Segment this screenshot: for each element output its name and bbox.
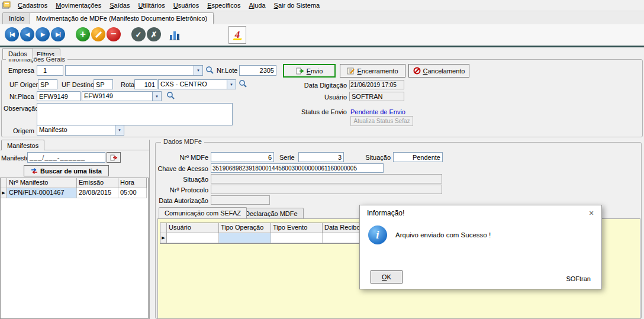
app-icon: [2, 1, 11, 10]
dados-mdfe-title: Dados MDFe: [161, 138, 204, 145]
encerramento-button[interactable]: Encerramento: [340, 64, 405, 78]
chevron-down-icon[interactable]: ▼: [115, 125, 124, 135]
swap-arrows-icon: [31, 167, 38, 175]
menu-cadastros[interactable]: Cadastros: [14, 1, 51, 10]
nrplaca-label: Nr.Placa: [9, 93, 34, 100]
protocolo-field: [211, 185, 442, 194]
nr-mdfe-field[interactable]: 6: [211, 152, 274, 162]
status-envio-label: Status de Envio: [294, 108, 347, 115]
tab-inicio[interactable]: Início: [2, 12, 31, 24]
rota-search-icon[interactable]: [239, 79, 248, 89]
dialog-title: Informação!: [367, 209, 404, 217]
table-row[interactable]: ▶ CPN/FLN-0001467 28/08/2015 05:00: [1, 188, 148, 198]
pencil-icon: [95, 31, 101, 37]
empresa-label: Empresa: [5, 67, 34, 74]
prohibited-icon: [413, 67, 421, 75]
toolbar: |◀ ◀ ▶ ▶| + − ✓ ✗ 4: [0, 24, 644, 46]
usuario-label: Usuário: [317, 94, 347, 101]
next-record-button[interactable]: ▶: [36, 27, 50, 41]
row-marker-cell: [160, 223, 167, 233]
uf-destino-input[interactable]: SP: [94, 79, 113, 89]
nrlote-label: Nr.Lote: [217, 67, 237, 74]
menu-usuarios[interactable]: Usuários: [169, 1, 203, 10]
rota-input[interactable]: 101: [134, 79, 157, 89]
dialog-close-icon[interactable]: ×: [586, 208, 597, 218]
column-header: Hora: [118, 178, 147, 188]
menu-especificos[interactable]: Específicos: [203, 1, 244, 10]
protocolo-label: Nrº Protocolo: [167, 186, 208, 194]
logo-button[interactable]: 4: [228, 26, 246, 44]
last-record-button[interactable]: ▶|: [51, 27, 65, 41]
uf-destino-label: UF Destino: [62, 81, 94, 88]
data-digitacao-label: Data Digitação: [294, 82, 347, 89]
tab-manifestos[interactable]: Manifestos: [1, 140, 44, 150]
manifesto-mask-input[interactable]: ___/___-______: [27, 152, 105, 163]
status-envio-value: Pendente de Envio: [350, 108, 405, 115]
manifestos-grid: Nrº Manifesto Emissão Hora ▶ CPN/FLN-000…: [0, 178, 149, 319]
tab-strip: Início Movimentação de MDFe (Manifesto D…: [0, 11, 644, 24]
nrplaca-search-icon[interactable]: [166, 91, 176, 101]
column-header: Data Recibo: [323, 223, 362, 233]
chevron-down-icon[interactable]: ▼: [194, 66, 202, 75]
column-header: Tipo Evento: [271, 223, 323, 233]
tab-mdfe[interactable]: Movimentação de MDFe (Manifesto Document…: [30, 12, 214, 24]
delete-record-button[interactable]: −: [107, 27, 121, 41]
tab-declaracao-mdfe[interactable]: Declaração MDFe: [239, 208, 304, 218]
comunicacao-grid: Usuário Tipo Operação Tipo Evento Data R…: [160, 223, 365, 244]
manifestos-grid-header: Nrº Manifesto Emissão Hora: [1, 178, 148, 188]
rota-label: Rota: [121, 81, 134, 88]
separator-line: [0, 46, 644, 47]
chevron-down-icon[interactable]: ▼: [152, 92, 161, 101]
menu-movimentacoes[interactable]: Movimentações: [51, 1, 105, 10]
empresa-search-icon[interactable]: [205, 66, 215, 75]
add-record-button[interactable]: +: [76, 27, 90, 41]
dialog-brand: SOFtran: [566, 275, 591, 282]
comunicacao-grid-header: Usuário Tipo Operação Tipo Evento Data R…: [160, 223, 364, 233]
buscar-lista-button[interactable]: Buscar de uma lista: [24, 165, 109, 176]
observacao-label: Observação: [4, 105, 38, 112]
cancel-button[interactable]: ✗: [147, 27, 161, 41]
uf-origem-label: UF Origem: [9, 81, 41, 88]
rota-combo[interactable]: CXS - CENTRO▼: [158, 79, 236, 89]
edit-record-button[interactable]: [91, 27, 105, 41]
nrplaca-input[interactable]: EFW9149: [37, 91, 80, 101]
chart-button[interactable]: [168, 28, 181, 41]
situacao2-label: Situação: [179, 176, 208, 183]
menubar: Cadastros Movimentações Saídas Utilitári…: [0, 0, 644, 11]
serie-field[interactable]: 3: [298, 152, 344, 162]
uf-origem-input[interactable]: SP: [38, 79, 57, 89]
menu-ajuda[interactable]: Ajuda: [244, 1, 269, 10]
tab-dados[interactable]: Dados: [2, 48, 33, 59]
send-icon: [110, 154, 118, 161]
cancelamento-button[interactable]: Cancelamento: [408, 64, 469, 78]
empresa-input[interactable]: 1: [37, 65, 63, 76]
nrplaca-combo[interactable]: EFW9149▼: [82, 91, 162, 101]
empresa-combo[interactable]: ▼: [65, 65, 203, 76]
origem-combo[interactable]: Manifesto▼: [37, 125, 124, 136]
ok-button[interactable]: OK: [371, 270, 402, 283]
manifesto-send-button[interactable]: [107, 152, 121, 163]
send-icon: [296, 67, 304, 75]
panel-divider: [149, 140, 150, 319]
manifesto-label: Manifesto: [1, 154, 30, 162]
envio-button[interactable]: Envio: [283, 64, 336, 78]
menu-utilitarios[interactable]: Utilitários: [134, 1, 169, 10]
data-autorizacao-field: [211, 195, 270, 205]
document-icon: [347, 67, 355, 75]
menu-sair[interactable]: Sair do Sistema: [270, 1, 324, 10]
chevron-down-icon[interactable]: ▼: [227, 80, 236, 89]
prev-record-button[interactable]: ◀: [20, 27, 34, 41]
table-row[interactable]: ▶: [160, 233, 364, 243]
confirm-button[interactable]: ✓: [131, 27, 146, 41]
dialog-message: Arquivo enviado com Sucesso !: [395, 231, 491, 239]
menu-saidas[interactable]: Saídas: [105, 1, 134, 10]
chave-acesso-field[interactable]: 3519068982391800014458003000000006116000…: [211, 163, 384, 173]
first-record-button[interactable]: |◀: [5, 27, 19, 41]
tab-comunicacao-sefaz[interactable]: Comunicação com SEFAZ: [159, 207, 247, 218]
situacao-field[interactable]: Pendente: [393, 152, 443, 162]
serie-label: Serie: [279, 154, 295, 161]
usuario-field: SOFTRAN: [349, 92, 404, 101]
observacao-textarea[interactable]: [37, 103, 233, 125]
column-header: Usuário: [167, 223, 219, 233]
nrlote-input[interactable]: 2305: [239, 65, 276, 76]
